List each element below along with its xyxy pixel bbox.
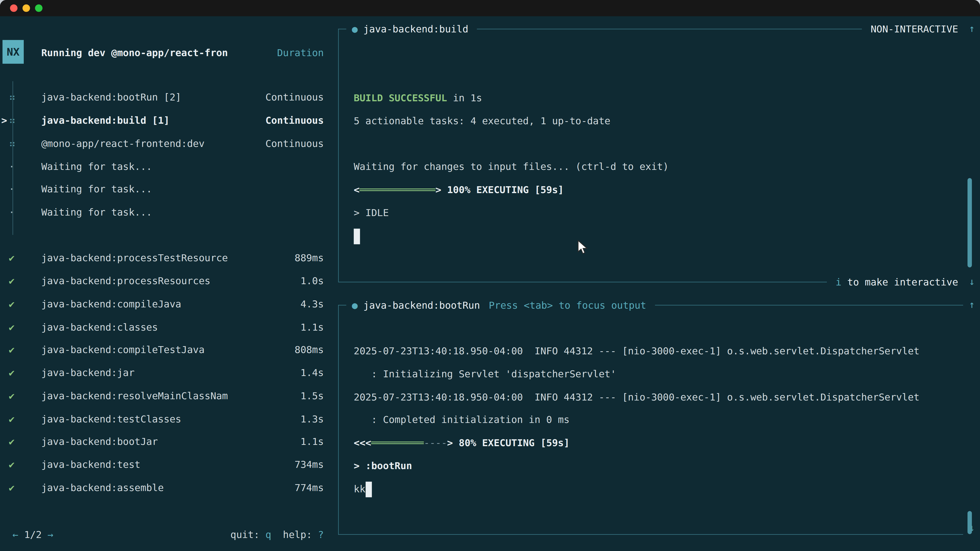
- task-label: java-backend:testClasses: [41, 413, 301, 424]
- checkmark-icon: ✔: [9, 299, 41, 310]
- task-status: Continuous: [266, 138, 324, 149]
- border-segment: [477, 29, 862, 29]
- text-segment: <<<: [354, 437, 371, 448]
- close-button[interactable]: [10, 4, 18, 12]
- bullet-icon: ·: [9, 184, 41, 195]
- completed-task-list: ✔java-backend:processTestResource889ms✔j…: [0, 247, 331, 499]
- task-label: java-backend:bootJar: [41, 436, 301, 448]
- border-segment: [338, 305, 346, 305]
- task-duration: 1.4s: [301, 367, 324, 379]
- completed-task-row[interactable]: ✔java-backend:jar1.4s: [0, 362, 331, 384]
- checkmark-icon: ✔: [9, 482, 41, 493]
- checkmark-icon: ✔: [9, 413, 41, 424]
- border-segment: [338, 29, 346, 29]
- completed-task-row[interactable]: ✔java-backend:bootJar1.1s: [0, 430, 331, 453]
- task-row[interactable]: >⠶java-backend:build [1]Continuous: [0, 109, 331, 132]
- completed-task-row[interactable]: ✔java-backend:processTestResource889ms: [0, 247, 331, 270]
- task-duration: 1.0s: [301, 275, 324, 287]
- terminal-line: 2025-07-23T13:40:18.950-04:00 INFO 44312…: [354, 386, 920, 409]
- completed-task-row[interactable]: ✔java-backend:compileTestJava808ms: [0, 338, 331, 362]
- interactive-hint: i to make interactive: [835, 276, 958, 288]
- checkmark-icon: ✔: [9, 436, 41, 448]
- spinner-icon: ⠶: [9, 92, 41, 103]
- text-segment: ═════════: [371, 437, 424, 448]
- task-duration: 1.1s: [301, 321, 324, 333]
- checkmark-icon: ✔: [9, 321, 41, 333]
- bullet-icon: ·: [9, 207, 41, 218]
- task-duration: 734ms: [294, 459, 324, 470]
- task-bullet-icon: ●: [352, 24, 358, 35]
- scroll-down-icon: ↓: [966, 270, 978, 294]
- task-label: java-backend:compileTestJava: [41, 345, 295, 356]
- text-segment: ═════════════: [360, 184, 435, 195]
- text-segment: 5 actionable tasks: 4 executed, 1 up-to-…: [354, 115, 611, 127]
- text-segment: >: [435, 184, 441, 195]
- task-row[interactable]: ·Waiting for task...: [0, 178, 331, 201]
- text-segment: 2025-07-23T13:40:18.950-04:00 INFO 44312…: [354, 345, 920, 357]
- task-label: @mono-app/react-frontend:dev: [41, 138, 266, 149]
- build-panel-footer: i to make interactive: [338, 270, 963, 294]
- task-duration: 1.5s: [301, 390, 324, 402]
- terminal-line: <<<═════════----> 80% EXECUTING [59s]: [354, 432, 920, 454]
- task-row[interactable]: ·Waiting for task...: [0, 201, 331, 224]
- completed-task-row[interactable]: ✔java-backend:classes1.1s: [0, 316, 331, 338]
- task-duration: 774ms: [294, 482, 324, 493]
- completed-task-row[interactable]: ✔java-backend:test734ms: [0, 453, 331, 476]
- checkmark-icon: ✔: [9, 345, 41, 356]
- duration-column-header: Duration: [277, 47, 324, 59]
- selected-caret-icon: >: [1, 115, 7, 126]
- text-segment: <: [354, 184, 360, 195]
- quit-key: q: [266, 529, 271, 540]
- border-segment: [655, 305, 963, 305]
- completed-task-row[interactable]: ✔java-backend:processResources1.0s: [0, 270, 331, 292]
- task-row[interactable]: ⠶@mono-app/react-frontend:devContinuous: [0, 132, 331, 155]
- task-row[interactable]: ⠶java-backend:bootRun [2]Continuous: [0, 86, 331, 109]
- completed-task-row[interactable]: ✔java-backend:assemble774ms: [0, 476, 331, 499]
- help-key: ?: [318, 529, 324, 540]
- text-segment: in 1s: [447, 92, 482, 103]
- mouse-cursor: [578, 240, 588, 256]
- checkmark-icon: ✔: [9, 390, 41, 402]
- sidebar-footer: ← 1/2 → quit: q help: ?: [0, 523, 331, 546]
- completed-task-row[interactable]: ✔java-backend:resolveMainClassNam1.5s: [0, 384, 331, 407]
- text-segment: > :bootRun: [354, 460, 412, 472]
- spinner-icon: ⠶: [9, 138, 41, 149]
- text-segment: [453, 437, 459, 448]
- terminal-line: <═════════════> 100% EXECUTING [59s]: [354, 179, 669, 202]
- terminal-line: : Completed initialization in 0 ms: [354, 409, 920, 432]
- bootrun-panel-scrollbar-thumb[interactable]: [967, 511, 972, 534]
- task-label: java-backend:bootRun [2]: [41, 92, 266, 103]
- build-output-panel[interactable]: ● java-backend:build NON-INTERACTIVE BUI…: [338, 29, 963, 282]
- quit-label: quit:: [231, 529, 266, 540]
- completed-task-row[interactable]: ✔java-backend:compileJava4.3s: [0, 292, 331, 316]
- border-segment: [338, 282, 827, 282]
- task-row[interactable]: ·Waiting for task...: [0, 155, 331, 178]
- run-command-title: Running dev @mono-app/react-fron: [41, 47, 228, 59]
- text-segment: BUILD SUCCESSFUL: [354, 92, 447, 103]
- task-label: java-backend:assemble: [41, 482, 295, 493]
- task-label: java-backend:jar: [41, 367, 301, 379]
- task-duration: 808ms: [294, 345, 324, 356]
- nx-terminal-ui: NX Running dev @mono-app/react-fron Dura…: [0, 16, 980, 551]
- task-duration: 4.3s: [301, 299, 324, 310]
- minimize-button[interactable]: [22, 4, 30, 12]
- task-label: java-backend:resolveMainClassNam: [41, 390, 301, 402]
- screen: NX Running dev @mono-app/react-fron Dura…: [0, 0, 980, 551]
- page-indicator: 1/2: [18, 529, 48, 540]
- scroll-up-icon: ↑: [966, 17, 978, 41]
- checkmark-icon: ✔: [9, 367, 41, 379]
- prev-page-arrow-icon: ←: [13, 529, 18, 540]
- spacer: [271, 529, 283, 540]
- task-label: java-backend:compileJava: [41, 299, 301, 310]
- task-label: Waiting for task...: [41, 207, 324, 218]
- sidebar-header: Running dev @mono-app/react-fron Duratio…: [0, 41, 331, 65]
- text-cursor: [366, 481, 372, 497]
- bootrun-output-panel[interactable]: ● java-backend:bootRun Press <tab> to fo…: [338, 305, 963, 535]
- zoom-button[interactable]: [35, 4, 42, 12]
- build-panel-scrollbar-thumb[interactable]: [967, 178, 972, 267]
- terminal-line: > :bootRun: [354, 454, 920, 478]
- completed-task-row[interactable]: ✔java-backend:testClasses1.3s: [0, 407, 331, 430]
- text-segment: Waiting for changes to input files... (c…: [354, 161, 669, 172]
- task-label: java-backend:processTestResource: [41, 252, 295, 264]
- build-panel-title: java-backend:build: [363, 24, 468, 35]
